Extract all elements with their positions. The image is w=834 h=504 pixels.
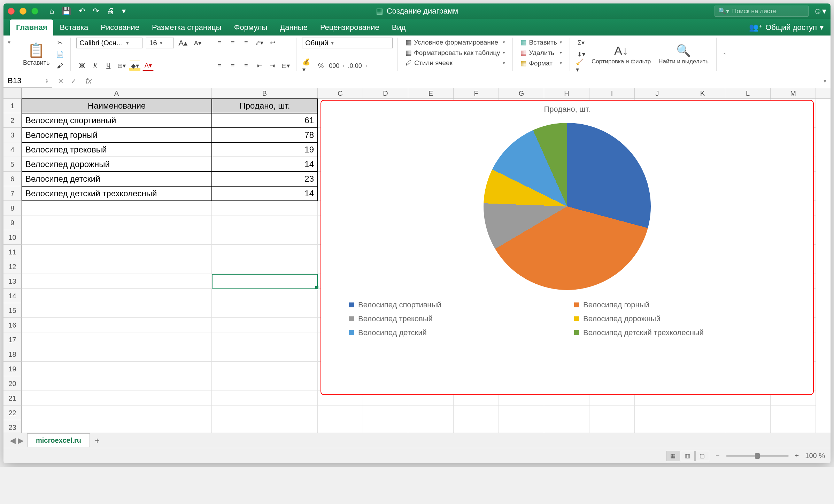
merge-cells-icon[interactable]: ⊟▾ xyxy=(280,61,291,71)
redo-icon[interactable]: ↷ xyxy=(93,7,99,16)
row-header[interactable]: 15 xyxy=(3,303,22,318)
normal-view-button[interactable]: ▦ xyxy=(666,451,680,461)
delete-cells-button[interactable]: ▦Удалить▼ xyxy=(518,48,564,57)
cell[interactable] xyxy=(318,420,363,433)
row-header[interactable]: 9 xyxy=(3,215,22,230)
cell[interactable] xyxy=(212,215,318,230)
cell[interactable] xyxy=(408,420,454,433)
column-header[interactable]: E xyxy=(408,88,454,98)
decrease-decimal-icon[interactable]: .00→ xyxy=(355,61,366,71)
row-header[interactable]: 5 xyxy=(3,157,22,172)
cell[interactable] xyxy=(22,391,212,405)
row-header[interactable]: 19 xyxy=(3,362,22,376)
cell[interactable] xyxy=(22,362,212,376)
find-select-button[interactable]: 🔍 Найти и выделить xyxy=(656,42,711,66)
cell[interactable] xyxy=(212,347,318,362)
cell[interactable] xyxy=(771,420,816,433)
cell[interactable] xyxy=(22,289,212,303)
cell[interactable] xyxy=(212,303,318,318)
conditional-formatting-button[interactable]: ▦Условное форматирование▼ xyxy=(403,38,508,47)
home-icon[interactable]: ⌂ xyxy=(49,7,54,16)
cell[interactable] xyxy=(454,405,499,420)
page-break-view-button[interactable]: ▢ xyxy=(695,451,709,461)
fill-color-button[interactable]: ◆▾ xyxy=(129,61,140,71)
row-header[interactable]: 12 xyxy=(3,259,22,274)
search-input[interactable]: 🔍▾ Поиск на листе xyxy=(715,6,809,17)
column-header[interactable]: L xyxy=(725,88,771,98)
row-header[interactable]: 10 xyxy=(3,230,22,245)
cell[interactable] xyxy=(212,420,318,433)
cell[interactable] xyxy=(22,347,212,362)
row-header[interactable]: 2 xyxy=(3,113,22,128)
cell[interactable] xyxy=(22,201,212,215)
font-name-select[interactable]: Calibri (Осн…▼ xyxy=(76,38,142,48)
cut-icon[interactable]: ✂ xyxy=(54,38,65,48)
ribbon-collapse-icon[interactable]: ▾ xyxy=(8,38,15,71)
increase-font-icon[interactable]: A▴ xyxy=(177,38,188,48)
row-header[interactable]: 6 xyxy=(3,172,22,186)
cell[interactable] xyxy=(22,318,212,332)
spreadsheet-grid[interactable]: ABCDEFGHIJKLM 12345678910111213141516171… xyxy=(3,88,831,433)
qat-more-icon[interactable]: ▾ xyxy=(122,7,126,16)
cell[interactable] xyxy=(680,405,725,420)
tab-view[interactable]: Вид xyxy=(386,19,412,36)
row-header[interactable]: 14 xyxy=(3,289,22,303)
cell[interactable] xyxy=(771,405,816,420)
borders-button[interactable]: ⊞▾ xyxy=(116,61,127,71)
prev-sheet-icon[interactable]: ◀ xyxy=(10,436,16,445)
wrap-text-icon[interactable]: ↩ xyxy=(267,38,278,48)
undo-icon[interactable]: ↶ xyxy=(79,7,85,16)
cell[interactable] xyxy=(499,420,544,433)
cell[interactable] xyxy=(22,245,212,259)
cell[interactable] xyxy=(454,420,499,433)
column-header[interactable]: C xyxy=(318,88,363,98)
sheet-tab[interactable]: microexcel.ru xyxy=(27,433,90,447)
cell[interactable] xyxy=(212,289,318,303)
format-cells-button[interactable]: ▦Формат▼ xyxy=(518,58,564,68)
currency-icon[interactable]: 💰▾ xyxy=(302,61,313,71)
add-sheet-button[interactable]: + xyxy=(90,434,105,448)
row-header[interactable]: 16 xyxy=(3,318,22,332)
align-middle-icon[interactable]: ≡ xyxy=(227,38,238,48)
clear-icon[interactable]: 🧹▾ xyxy=(576,61,587,71)
comma-icon[interactable]: 000 xyxy=(329,61,340,71)
zoom-in-button[interactable]: + xyxy=(795,452,799,460)
cell[interactable] xyxy=(635,420,680,433)
save-icon[interactable]: 💾 xyxy=(62,7,71,16)
cell[interactable] xyxy=(22,303,212,318)
row-header[interactable]: 22 xyxy=(3,405,22,420)
cell[interactable] xyxy=(212,201,318,215)
align-right-icon[interactable]: ≡ xyxy=(240,61,252,71)
cell[interactable] xyxy=(725,420,771,433)
cell[interactable] xyxy=(212,274,318,289)
data-cell[interactable]: 61 xyxy=(212,113,318,128)
decrease-font-icon[interactable]: A▾ xyxy=(192,38,203,48)
cell[interactable] xyxy=(22,332,212,347)
maximize-window-button[interactable] xyxy=(31,8,38,15)
autosum-icon[interactable]: Σ▾ xyxy=(576,38,587,48)
data-cell[interactable]: Велосипед дорожный xyxy=(22,157,212,172)
data-cell[interactable]: Велосипед трековый xyxy=(22,142,212,157)
column-header[interactable]: H xyxy=(544,88,589,98)
confirm-formula-icon[interactable]: ✓ xyxy=(71,77,77,85)
row-header[interactable]: 3 xyxy=(3,128,22,142)
tab-data[interactable]: Данные xyxy=(273,19,314,36)
align-bottom-icon[interactable]: ≡ xyxy=(240,38,252,48)
cancel-formula-icon[interactable]: ✕ xyxy=(58,77,64,85)
cell[interactable] xyxy=(22,376,212,391)
tab-draw[interactable]: Рисование xyxy=(94,19,146,36)
tab-home[interactable]: Главная xyxy=(10,19,53,36)
column-header[interactable]: I xyxy=(589,88,635,98)
row-header[interactable]: 23 xyxy=(3,420,22,433)
cell[interactable] xyxy=(544,420,589,433)
number-format-select[interactable]: Общий▼ xyxy=(302,38,393,48)
next-sheet-icon[interactable]: ▶ xyxy=(18,436,24,445)
row-header[interactable]: 7 xyxy=(3,186,22,201)
increase-indent-icon[interactable]: ⇥ xyxy=(267,61,278,71)
cell[interactable] xyxy=(499,405,544,420)
cell[interactable] xyxy=(22,405,212,420)
data-cell[interactable]: Велосипед горный xyxy=(22,128,212,142)
column-header[interactable]: B xyxy=(212,88,318,98)
cell[interactable] xyxy=(212,376,318,391)
data-cell[interactable]: Наименование xyxy=(22,99,212,113)
